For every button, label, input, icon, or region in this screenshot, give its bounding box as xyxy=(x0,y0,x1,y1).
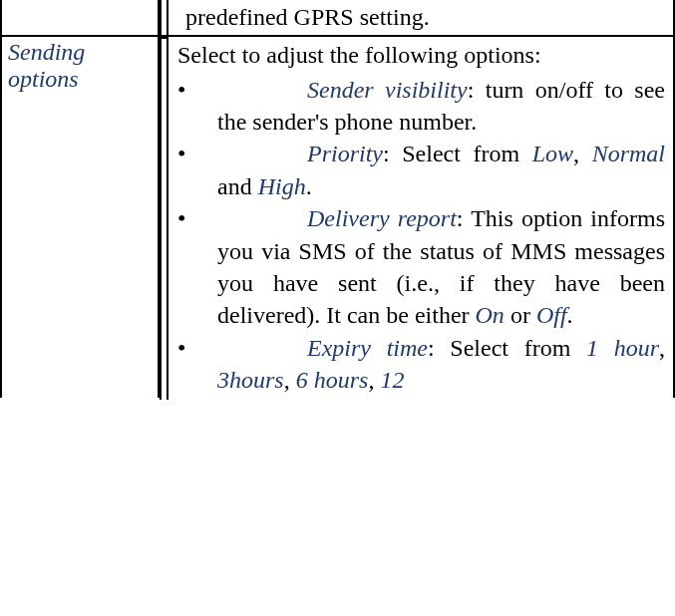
option-value: 1 hour xyxy=(586,335,659,361)
row-label: Sending options xyxy=(1,36,159,398)
settings-table: predefined GPRS setting. Sending options… xyxy=(0,0,675,398)
option-value: Off xyxy=(536,302,567,328)
bullet-list: • Sender visibility: turn on/off to see … xyxy=(177,74,665,397)
sep: and xyxy=(217,173,258,199)
option-value: High xyxy=(258,173,306,199)
bullet-icon: • xyxy=(177,138,185,169)
bullet-icon: • xyxy=(177,332,185,364)
item-text: : Select from xyxy=(428,335,586,361)
table-row: predefined GPRS setting. xyxy=(1,0,674,36)
bullet-icon: • xyxy=(177,202,185,234)
option-value: Low xyxy=(532,141,573,166)
option-value: 6 hours xyxy=(296,367,369,393)
table-row: Sending options Select to adjust the fol… xyxy=(1,36,674,398)
item-text: : Select from xyxy=(383,141,532,166)
row-content: Select to adjust the following options: … xyxy=(159,36,674,398)
item-text: . xyxy=(567,302,573,328)
sep: , xyxy=(573,141,592,166)
option-value: On xyxy=(476,302,505,328)
option-value: 3hours xyxy=(217,367,284,393)
item-text: . xyxy=(306,173,312,199)
item-line: Priority: Select from Low, Normal and Hi… xyxy=(217,138,665,202)
list-item: • Expiry time: Select from 1 hour, 3hour… xyxy=(177,332,665,397)
list-item: • Sender visibility: turn on/off to see … xyxy=(177,74,665,139)
option-value: Normal xyxy=(592,141,665,166)
item-line: Expiry time: Select from 1 hour, 3hours,… xyxy=(217,332,665,397)
item-term: Delivery report xyxy=(307,205,457,231)
row-content: predefined GPRS setting. xyxy=(159,0,674,36)
item-term: Sender visibility xyxy=(307,77,468,103)
sep: , xyxy=(368,367,380,393)
bullet-icon: • xyxy=(177,74,185,106)
item-term: Expiry time xyxy=(307,335,428,361)
sep: , xyxy=(659,335,665,361)
list-item: • Delivery report: This option informs y… xyxy=(177,202,665,332)
content-text: predefined GPRS setting. xyxy=(185,4,430,30)
item-line: Sender visibility: turn on/off to see th… xyxy=(217,74,665,139)
option-value: 12 xyxy=(380,367,404,393)
intro-text: Select to adjust the following options: xyxy=(177,39,665,71)
item-line: Delivery report: This option informs you… xyxy=(217,202,665,332)
row-label xyxy=(1,0,159,36)
list-item: • Priority: Select from Low, Normal and … xyxy=(177,138,665,202)
label-text: Sending options xyxy=(8,39,85,92)
sep: or xyxy=(505,302,536,328)
sep: , xyxy=(284,367,296,393)
item-term: Priority xyxy=(307,141,383,166)
